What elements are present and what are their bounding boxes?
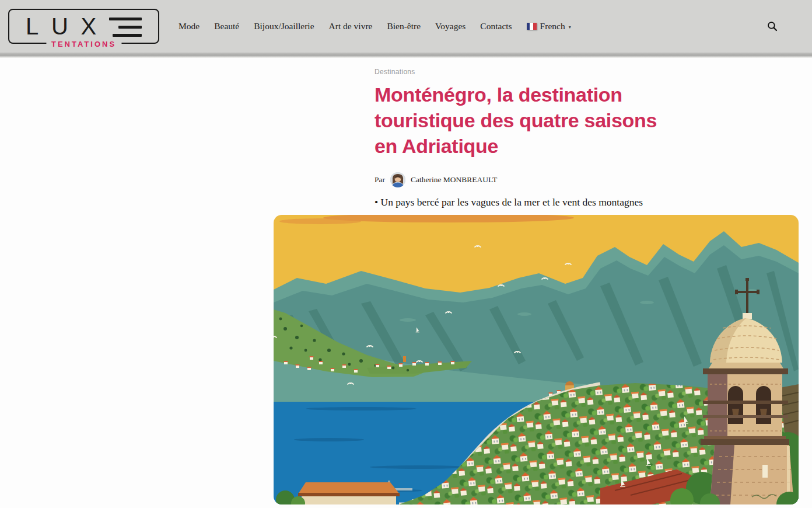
title-line-3: en Adriatique <box>374 133 701 159</box>
byline: Par Catherine MONBREAULT <box>374 172 799 187</box>
breadcrumb-category[interactable]: Destinations <box>374 68 415 76</box>
page-title: Monténégro, la destination touristique d… <box>374 82 701 159</box>
author-name[interactable]: Catherine MONBREAULT <box>411 175 497 185</box>
article-excerpt: • Un pays bercé par les vagues de la mer… <box>374 196 799 208</box>
language-selector[interactable]: French ▾ <box>527 21 571 32</box>
logo-letter-e-stylized <box>109 16 142 37</box>
language-label: French <box>540 21 565 32</box>
site-logo[interactable]: L U X TENTATIONS <box>8 9 159 44</box>
french-flag-icon <box>527 23 537 30</box>
site-header: L U X TENTATIONS Mode Beauté Bijoux/Joai… <box>0 0 812 53</box>
nav-item-voyages[interactable]: Voyages <box>435 21 466 32</box>
nav-item-bien-etre[interactable]: Bien-être <box>387 21 421 32</box>
article: Destinations Monténégro, la destination … <box>274 58 799 508</box>
author-avatar <box>390 172 405 187</box>
title-line-2: touristique des quatre saisons <box>374 107 701 133</box>
logo-subtitle: TENTATIONS <box>46 40 121 48</box>
header-divider <box>0 53 812 58</box>
search-icon <box>767 21 778 32</box>
title-line-1: Monténégro, la destination <box>374 82 701 107</box>
byline-prefix: Par <box>374 175 385 185</box>
main-nav: Mode Beauté Bijoux/Joaillerie Art de viv… <box>178 21 571 32</box>
nav-item-art-de-vivre[interactable]: Art de vivre <box>329 21 373 32</box>
logo-letter-x: X <box>81 15 97 38</box>
nav-item-mode[interactable]: Mode <box>178 21 200 32</box>
chevron-down-icon: ▾ <box>569 23 571 30</box>
logo-letter-u: U <box>51 15 68 38</box>
search-button[interactable] <box>767 21 778 32</box>
logo-letter-l: L <box>26 15 38 38</box>
nav-item-bijoux-joaillerie[interactable]: Bijoux/Joaillerie <box>254 21 314 32</box>
nav-item-beaute[interactable]: Beauté <box>214 21 239 32</box>
hero-illustration <box>274 215 799 504</box>
nav-item-contacts[interactable]: Contacts <box>480 21 512 32</box>
